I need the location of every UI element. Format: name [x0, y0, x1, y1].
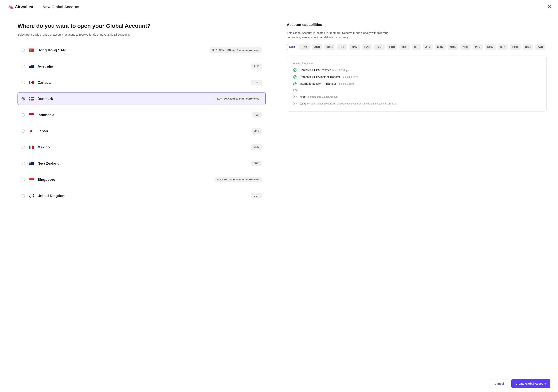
capabilities-description: This Global Account is located in Denmar…: [287, 31, 393, 40]
flag-icon-id: [29, 113, 34, 117]
flag-icon-hk: [29, 49, 34, 52]
currency-chip-nzd[interactable]: NZD: [460, 44, 471, 50]
currency-badge: IDR: [252, 112, 262, 118]
country-option-hk[interactable]: Hong Kong SARHKD, CNY, USD and 8 other c…: [17, 44, 266, 57]
flag-icon-jp: [29, 129, 34, 133]
currency-chip-zar[interactable]: ZAR: [535, 44, 545, 50]
radio-icon: [22, 97, 25, 101]
header-divider: [38, 4, 38, 9]
fee-label: Fee: [293, 88, 540, 92]
radio-icon: [22, 49, 25, 52]
accept-method-row: Domestic SEPA TransferTakes 0-2 days: [293, 68, 540, 72]
currency-chip-chf[interactable]: CHF: [337, 44, 348, 50]
currency-badge: CAD: [251, 80, 262, 85]
accept-method-timing: Takes 0-2 days: [332, 69, 349, 72]
create-account-button[interactable]: Create Global Account: [511, 379, 550, 388]
fee-subtext: on each deposit received . Deposits rece…: [307, 102, 397, 105]
header: Airwallex New Global Account ✕: [0, 0, 558, 14]
flag-icon-mx: [29, 145, 34, 149]
cancel-button[interactable]: Cancel: [490, 379, 508, 388]
currency-badge: NZD: [251, 161, 262, 166]
country-name: Singapore: [37, 178, 211, 182]
currency-chip-cny[interactable]: CNY: [349, 44, 360, 50]
radio-icon: [22, 145, 25, 149]
currency-chip-jpy[interactable]: JPY: [423, 44, 433, 50]
currency-chip-usd[interactable]: USD: [523, 44, 533, 50]
country-option-sg[interactable]: SingaporeSGD, USD and 11 other currencie…: [17, 173, 266, 186]
accept-method-text: International SWIFT TransferTakes 0-3 da…: [300, 82, 354, 85]
brand-logo: Airwallex: [8, 4, 33, 9]
radio-icon: [22, 65, 25, 68]
fee-text: 0.3%on each deposit received . Deposits …: [300, 102, 397, 105]
currency-chip-mxn[interactable]: MXN: [435, 44, 445, 50]
flag-icon-nz: [29, 162, 34, 165]
accept-methods-list: Domestic SEPA TransferTakes 0-2 daysDome…: [293, 68, 540, 85]
accept-method-row: Domestic SEPA Instant TransferTakes 0-1 …: [293, 75, 540, 79]
page-title: Where do you want to open your Global Ac…: [17, 23, 266, 29]
accept-funds-label: Accept funds via: [293, 62, 540, 65]
country-name: Mexico: [37, 145, 247, 149]
radio-icon: [22, 129, 25, 133]
page-subtitle: Select from a wide range of account loca…: [17, 33, 266, 36]
radio-icon: [22, 81, 25, 84]
country-name: United Kingdom: [37, 194, 247, 198]
country-option-mx[interactable]: MexicoMXN: [17, 141, 266, 153]
accept-method-text: Domestic SEPA TransferTakes 0-2 days: [300, 68, 349, 72]
airwallex-logo-icon: [8, 5, 13, 9]
dollar-circle-icon: $: [293, 95, 296, 98]
flag-icon-dk: [29, 97, 34, 101]
currency-chip-pln[interactable]: PLN: [472, 44, 483, 50]
country-name: Indonesia: [37, 113, 249, 117]
fee-row: $0.3%on each deposit received . Deposits…: [293, 102, 540, 105]
currency-chip-dkk[interactable]: DKK: [299, 44, 310, 50]
currency-badge: HKD, CNY, USD and 8 other currencies: [209, 47, 262, 53]
currency-chip-group: EURDKKAUDCADCHFCNYCZKGBPHKDHUFILSJPYMXNN…: [287, 44, 547, 50]
check-circle-icon: [293, 82, 296, 85]
footer: Cancel Create Global Account: [0, 375, 558, 392]
radio-icon: [22, 113, 25, 117]
page-breadcrumb: New Global Account: [43, 5, 80, 9]
currency-chip-hkd[interactable]: HKD: [387, 44, 397, 50]
radio-icon: [22, 162, 25, 165]
currency-badge: EUR, DKK and 19 other currencies: [215, 96, 262, 102]
currency-badge: AUD: [251, 64, 262, 69]
country-option-dk[interactable]: DenmarkEUR, DKK and 19 other currencies: [17, 92, 266, 105]
currency-badge: GBP: [251, 193, 262, 198]
currency-chip-gbp[interactable]: GBP: [374, 44, 385, 50]
currency-chip-ils[interactable]: ILS: [412, 44, 421, 50]
currency-chip-sek[interactable]: SEK: [498, 44, 508, 50]
fee-list: $Freeto create this Global Account$0.3%o…: [293, 95, 540, 105]
currency-chip-ron[interactable]: RON: [485, 44, 496, 50]
country-option-nz[interactable]: New ZealandNZD: [17, 157, 266, 170]
capabilities-title: Account capabilities: [287, 23, 547, 27]
currency-chip-cad[interactable]: CAD: [324, 44, 335, 50]
flag-icon-au: [29, 65, 34, 68]
currency-chip-czk[interactable]: CZK: [362, 44, 372, 50]
currency-chip-huf[interactable]: HUF: [399, 44, 410, 50]
flag-icon-gb: [29, 194, 34, 197]
country-option-ca[interactable]: CanadaCAD: [17, 76, 266, 89]
country-name: Denmark: [37, 97, 211, 101]
country-name: Australia: [37, 64, 247, 68]
accept-method-text: Domestic SEPA Instant TransferTakes 0-1 …: [300, 75, 358, 78]
currency-badge: JPY: [252, 128, 262, 134]
flag-icon-ca: [29, 81, 34, 84]
currency-chip-nok[interactable]: NOK: [448, 44, 458, 50]
accept-method-timing: Takes 0-3 days: [337, 82, 354, 85]
country-option-gb[interactable]: United KingdomGBP: [17, 189, 266, 202]
fee-row: $Freeto create this Global Account: [293, 95, 540, 98]
accept-method-row: International SWIFT TransferTakes 0-3 da…: [293, 82, 540, 85]
close-button[interactable]: ✕: [548, 5, 551, 9]
currency-chip-eur[interactable]: EUR: [287, 44, 297, 50]
country-name: Japan: [37, 129, 248, 133]
country-option-jp[interactable]: JapanJPY: [17, 125, 266, 137]
currency-chip-sgd[interactable]: SGD: [510, 44, 521, 50]
currency-chip-aud[interactable]: AUD: [312, 44, 323, 50]
check-circle-icon: [293, 75, 296, 79]
location-selector-pane: Where do you want to open your Global Ac…: [0, 14, 279, 375]
currency-badge: SGD, USD and 11 other currencies: [215, 177, 262, 182]
country-option-id[interactable]: IndonesiaIDR: [17, 109, 266, 121]
country-name: New Zealand: [37, 161, 248, 166]
country-name: Canada: [37, 80, 247, 85]
country-option-au[interactable]: AustraliaAUD: [17, 60, 266, 73]
